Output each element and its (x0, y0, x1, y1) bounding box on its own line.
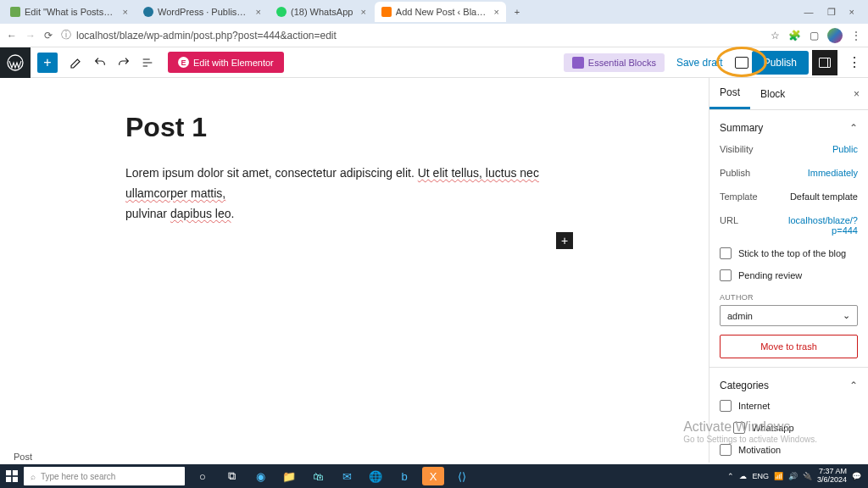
tab-title: Add New Post ‹ Blaze — WordPr (396, 7, 487, 17)
windows-icon (6, 470, 18, 482)
essential-blocks-icon (572, 57, 584, 69)
category-checkbox[interactable]: Motivation (720, 439, 858, 461)
close-icon[interactable]: × (493, 7, 498, 17)
store-icon[interactable]: 🛍 (307, 467, 329, 485)
url-row[interactable]: URL localhost/blaze/?p=444 (720, 208, 858, 242)
spellcheck-text: dapibus leo (170, 207, 231, 220)
options-menu-icon[interactable]: ⋮ (841, 54, 868, 70)
onedrive-icon[interactable]: ☁ (739, 472, 747, 480)
edit-with-elementor-button[interactable]: E Edit with Elementor (168, 52, 284, 73)
tab-post[interactable]: Post (709, 78, 750, 109)
reload-button[interactable]: ⟳ (44, 30, 53, 42)
browser-tab[interactable]: Edit "What is Posts in WordPres × (3, 2, 135, 22)
editor-toolbar: + E Edit with Elementor Essential Blocks… (0, 47, 868, 78)
edge-icon[interactable]: ◉ (249, 467, 271, 485)
summary-toggle[interactable]: Summary ⌃ (720, 119, 858, 137)
stick-checkbox[interactable]: Stick to the top of the blog (720, 242, 858, 264)
bing-icon[interactable]: b (393, 467, 415, 485)
search-icon: ⌕ (31, 472, 36, 481)
date: 3/6/2024 (817, 476, 847, 485)
xampp-icon[interactable]: X (422, 467, 444, 485)
menu-icon[interactable]: ⋮ (851, 30, 861, 42)
close-icon[interactable]: × (256, 7, 261, 17)
settings-panel-toggle[interactable] (812, 50, 837, 75)
preview-icon[interactable] (735, 57, 748, 69)
window-restore-icon[interactable]: ❐ (827, 7, 836, 18)
author-select[interactable]: admin ⌄ (720, 305, 858, 326)
tray-chevron-icon[interactable]: ⌃ (727, 472, 734, 480)
language-indicator[interactable]: ENG (752, 472, 769, 480)
tab-block[interactable]: Block (750, 80, 795, 108)
save-draft-button[interactable]: Save draft (676, 57, 723, 69)
browser-tab-active[interactable]: Add New Post ‹ Blaze — WordPr × (375, 2, 506, 22)
pencil-icon[interactable] (70, 56, 83, 69)
add-block-button[interactable]: + (37, 53, 58, 73)
document-outline-icon[interactable] (141, 56, 154, 69)
undo-icon[interactable] (93, 56, 107, 69)
button-label: Essential Blocks (588, 58, 656, 68)
file-explorer-icon[interactable]: 📁 (278, 467, 300, 485)
new-tab-button[interactable]: + (508, 7, 526, 17)
vscode-icon[interactable]: ⟨⟩ (451, 467, 473, 485)
visibility-row[interactable]: Visibility Public (720, 137, 858, 161)
move-to-trash-button[interactable]: Move to trash (720, 335, 858, 358)
cortana-icon[interactable]: ○ (192, 467, 214, 485)
bookmark-icon[interactable]: ☆ (771, 30, 780, 42)
checkbox-label: Stick to the top of the blog (738, 248, 846, 258)
window-close-icon[interactable]: × (849, 7, 854, 18)
category-checkbox[interactable]: Uncategorized (720, 461, 858, 463)
browser-tab[interactable]: WordPress · Publish Posts × (136, 2, 268, 22)
category-checkbox[interactable]: Internet (720, 395, 858, 417)
browser-tab[interactable]: (18) WhatsApp × (270, 2, 373, 22)
text: . (231, 207, 235, 220)
search-placeholder: Type here to search (41, 472, 115, 481)
editor-canvas[interactable]: Post 1 Lorem ipsum dolor sit amet, conse… (0, 78, 709, 463)
publish-button[interactable]: Publish (752, 51, 809, 75)
checkbox-icon (720, 400, 732, 412)
essential-blocks-button[interactable]: Essential Blocks (564, 53, 665, 72)
post-title-input[interactable]: Post 1 (125, 112, 583, 143)
checkbox-label: Motivation (738, 445, 781, 455)
svg-rect-2 (13, 470, 18, 475)
pending-checkbox[interactable]: Pending review (720, 264, 858, 286)
wordpress-logo[interactable] (0, 47, 31, 78)
publish-row[interactable]: Publish Immediately (720, 161, 858, 185)
wifi-icon[interactable]: 📶 (774, 472, 783, 480)
profile-avatar[interactable] (827, 28, 843, 43)
back-button[interactable]: ← (7, 30, 17, 42)
volume-icon[interactable]: 🔊 (788, 472, 798, 480)
text: Lorem ipsum dolor sit amet, consectetur … (125, 166, 418, 180)
category-checkbox[interactable]: Whatsapp (720, 417, 858, 439)
url-input[interactable]: ⓘ localhost/blaze/wp-admin/post.php?post… (61, 28, 762, 42)
value: localhost/blaze/?p=444 (773, 215, 858, 236)
clock[interactable]: 7:37 AM 3/6/2024 (817, 468, 847, 485)
close-icon[interactable]: × (360, 7, 365, 17)
tab-title: Edit "What is Posts in WordPres (25, 7, 115, 17)
task-view-icon[interactable]: ⧉ (220, 467, 242, 485)
battery-icon[interactable]: 🔌 (803, 472, 812, 480)
puzzle-icon[interactable]: 🧩 (788, 30, 801, 42)
site-info-icon[interactable]: ⓘ (61, 28, 71, 42)
favicon (381, 7, 392, 17)
template-row[interactable]: Template Default template (720, 185, 858, 208)
chrome-icon[interactable]: 🌐 (364, 467, 387, 485)
categories-toggle[interactable]: Categories ⌃ (720, 376, 858, 395)
reading-list-icon[interactable]: ▢ (810, 30, 819, 42)
checkbox-label: Internet (738, 401, 770, 411)
notifications-icon[interactable]: 💬 (852, 472, 861, 480)
append-block-button[interactable]: + (556, 232, 573, 249)
redo-icon[interactable] (117, 56, 131, 69)
start-button[interactable] (0, 464, 24, 488)
close-icon[interactable]: × (123, 7, 128, 17)
label: Template (720, 191, 758, 202)
taskbar-search[interactable]: ⌕ Type here to search (24, 467, 185, 485)
window-minimize-icon[interactable]: — (804, 7, 814, 18)
mail-icon[interactable]: ✉ (336, 467, 358, 485)
checkbox-label: Pending review (738, 270, 802, 280)
url-text: localhost/blaze/wp-admin/post.php?post=4… (76, 30, 337, 42)
favicon (10, 7, 20, 17)
elementor-icon: E (178, 57, 189, 68)
wordpress-icon (7, 54, 24, 71)
close-sidebar-button[interactable]: × (845, 88, 868, 100)
paragraph-block[interactable]: Lorem ipsum dolor sit amet, consectetur … (125, 164, 583, 224)
